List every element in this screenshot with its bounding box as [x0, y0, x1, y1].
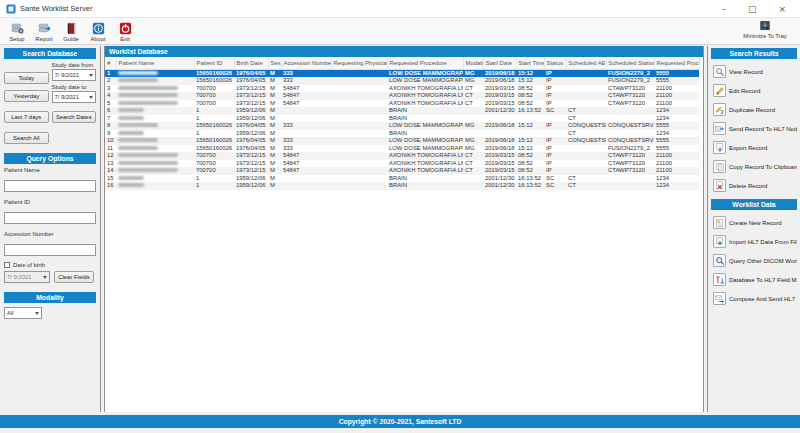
patient-name-redacted: [118, 183, 144, 187]
column-header[interactable]: Requesting Physician: [331, 57, 387, 69]
toolbar-guide-button[interactable]: Guide: [59, 21, 83, 42]
table-row[interactable]: 611959/12/06MBRAIN2001/12/3016:13:52SCCT…: [105, 107, 699, 115]
table-row[interactable]: 127007001973/12/15M54847AXONIKH TOMOGRAF…: [105, 152, 699, 160]
worklist-data-list: Create New RecordImport HL7 Data From Fi…: [711, 213, 797, 308]
right-panel: Search Results View RecordEdit Record2Du…: [707, 46, 797, 412]
patient-name-label: Patient Name: [4, 167, 96, 173]
today-button[interactable]: Today: [4, 72, 49, 84]
column-header[interactable]: Scheduled Station Name: [606, 57, 654, 69]
edit-record-button[interactable]: Edit Record: [711, 81, 797, 100]
minimize-icon[interactable]: –: [721, 0, 726, 18]
duplicate-record-button[interactable]: 2Duplicate Record: [711, 100, 797, 119]
column-header[interactable]: Requested Procedure ID: [654, 57, 699, 69]
db-mapping-icon: [713, 273, 726, 286]
toolbar-exit-button[interactable]: Exit: [113, 21, 137, 42]
table-row[interactable]: 37007001973/12/15M54847AXONIKH TOMOGRAFI…: [105, 85, 699, 93]
toolbar-report-button[interactable]: Report: [32, 21, 56, 42]
table-row[interactable]: 57007001973/12/15M54847AXONIKH TOMOGRAFI…: [105, 100, 699, 108]
toolbar-about-button[interactable]: About: [86, 21, 110, 42]
column-header[interactable]: Requested Procedure: [387, 57, 463, 69]
toolbar-buttons: SetupReportGuideAboutExit: [5, 21, 137, 42]
window-title: Sante Worklist Server: [20, 4, 92, 13]
create-new-record-button[interactable]: Create New Record: [711, 213, 797, 232]
patient-id-input[interactable]: [4, 212, 96, 224]
database-to-hl7-field-mapping-button[interactable]: Database To HL7 Field Mapping: [711, 270, 797, 289]
column-header[interactable]: Accession Number: [281, 57, 331, 69]
column-header[interactable]: Scheduled AE Title: [566, 57, 606, 69]
send-record-to-hl7-node-button[interactable]: Send Record To HL7 Node: [711, 119, 797, 138]
table-row[interactable]: 10156501600261976/04/05M333LOW DOSE MAMM…: [105, 137, 699, 145]
view-record-icon: [713, 65, 726, 78]
report-icon: [38, 22, 51, 35]
svg-text:2: 2: [720, 108, 723, 114]
toolbar-setup-button[interactable]: Setup: [5, 21, 29, 42]
modality-select[interactable]: All: [4, 307, 42, 319]
worklist-body: 1156501600261976/04/05M333LOW DOSE MAMMO…: [105, 69, 699, 190]
delete-record-icon: [713, 179, 726, 192]
worklist-panel: Worklist Database #Patient NamePatient I…: [104, 46, 704, 412]
last-7-days-button[interactable]: Last 7 days: [4, 111, 49, 123]
footer-bar: Copyright © 2020-2021, Santesoft LTD: [0, 415, 800, 428]
column-header[interactable]: Patient Name: [116, 57, 194, 69]
column-header[interactable]: Patient ID: [194, 57, 234, 69]
patient-name-input[interactable]: [4, 180, 96, 192]
setup-icon: [11, 22, 24, 35]
accession-number-label: Accession Number: [4, 231, 96, 237]
minimize-to-tray-button[interactable]: Minimize To Tray: [736, 20, 794, 39]
column-header[interactable]: Start Date: [483, 57, 516, 69]
table-row[interactable]: 1511959/12/06MBRAIN2001/12/3016:13:52SCC…: [105, 175, 699, 183]
table-row[interactable]: 711959/12/06MBRAINCT1234: [105, 115, 699, 123]
search-dates-button[interactable]: Search Dates: [52, 111, 97, 123]
search-database-header: Search Database: [4, 48, 96, 59]
worklist-table: #Patient NamePatient IDBirth DateSexAcce…: [105, 57, 700, 190]
table-row[interactable]: 137007001973/12/15M54847AXONIKH TOMOGRAF…: [105, 160, 699, 168]
clear-fields-button[interactable]: Clear Fields: [54, 271, 94, 283]
export-record-button[interactable]: Export Record: [711, 138, 797, 157]
create-record-icon: [713, 216, 726, 229]
search-all-button[interactable]: Search All: [4, 132, 49, 144]
column-header[interactable]: Sex: [268, 57, 281, 69]
column-header[interactable]: #: [105, 57, 116, 69]
search-results-header: Search Results: [711, 48, 797, 59]
left-panel: Search Database Today Yesterday Last 7 d…: [3, 46, 101, 412]
date-of-birth-checkbox[interactable]: [4, 262, 10, 268]
patient-name-redacted: [118, 176, 144, 180]
import-hl7-data-from-file-button[interactable]: Import HL7 Data From File: [711, 232, 797, 251]
exit-icon: [119, 22, 132, 35]
patient-name-redacted: [118, 161, 178, 165]
date-of-birth-picker[interactable]: 7/ 9/2021: [4, 271, 50, 283]
duplicate-record-icon: 2: [713, 103, 726, 116]
patient-name-redacted: [118, 86, 178, 90]
table-row[interactable]: 47007001973/12/15M54847AXONIKH TOMOGRAFI…: [105, 92, 699, 100]
toolbar: SetupReportGuideAboutExit Minimize To Tr…: [0, 18, 800, 45]
delete-record-button[interactable]: Delete Record: [711, 176, 797, 195]
study-date-to-picker[interactable]: 7/ 9/2021: [52, 91, 97, 103]
column-header[interactable]: Start Time: [516, 57, 544, 69]
table-row[interactable]: 11156501600261976/04/05M333LOW DOSE MAMM…: [105, 145, 699, 153]
chevron-down-icon: [89, 96, 93, 99]
table-row[interactable]: 147007001973/12/15M54847AXONIKH TOMOGRAF…: [105, 167, 699, 175]
date-of-birth-label: Date of birth: [13, 262, 45, 268]
query-other-dicom-worklist-button[interactable]: Query Other DICOM Worklist: [711, 251, 797, 270]
copy-record-to-clipboard-button[interactable]: Copy Record To Clipboard: [711, 157, 797, 176]
column-header[interactable]: Status: [544, 57, 566, 69]
accession-number-input[interactable]: [4, 244, 96, 256]
compose-and-send-hl7-message-button[interactable]: Compose And Send HL7 Message: [711, 289, 797, 308]
maximize-icon[interactable]: □: [748, 0, 757, 18]
column-header[interactable]: Birth Date: [234, 57, 268, 69]
table-row[interactable]: 8156501600261976/04/05M333LOW DOSE MAMMO…: [105, 122, 699, 130]
table-row[interactable]: 1611959/12/06MBRAIN2001/12/3016:13:52SCC…: [105, 182, 699, 190]
table-row[interactable]: 1156501600261976/04/05M333LOW DOSE MAMMO…: [105, 69, 699, 77]
view-record-button[interactable]: View Record: [711, 62, 797, 81]
send-hl7-icon: [713, 122, 726, 135]
worklist-database-header: Worklist Database: [105, 46, 703, 57]
table-row[interactable]: 2156501600261976/04/05M333LOW DOSE MAMMO…: [105, 77, 699, 85]
yesterday-button[interactable]: Yesterday: [4, 90, 49, 102]
window-controls: – □ ×: [721, 0, 794, 18]
study-date-from-picker[interactable]: 7/ 9/2021: [52, 69, 97, 81]
guide-icon: [65, 22, 78, 35]
column-header[interactable]: Modality: [463, 57, 483, 69]
patient-name-redacted: [118, 131, 144, 135]
table-row[interactable]: 911959/12/06MBRAINCT1234: [105, 130, 699, 138]
close-icon[interactable]: ×: [778, 0, 786, 18]
